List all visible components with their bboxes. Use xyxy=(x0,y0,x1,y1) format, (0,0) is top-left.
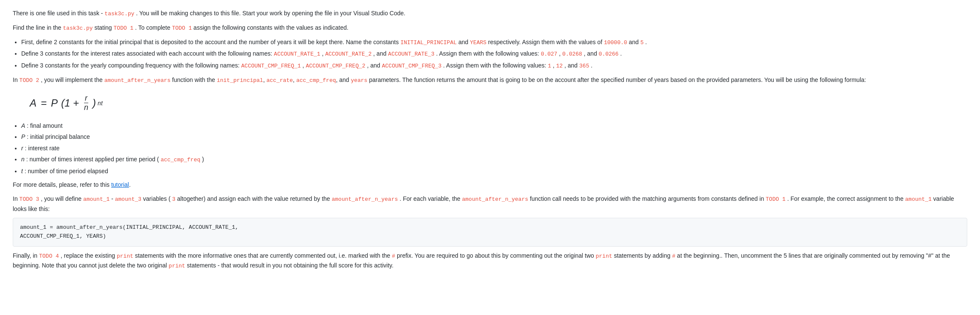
intro-file2: task3c.py xyxy=(63,25,93,31)
legend-r: r : interest rate xyxy=(21,143,967,153)
todo3-para: In TODO 3 , you will define amount_1 - a… xyxy=(13,194,967,214)
intro-todo1: TODO 1 xyxy=(114,25,134,31)
legend-P: P : initial principal balance xyxy=(21,132,967,141)
intro-text2d: assign the following constants with the … xyxy=(192,24,348,31)
intro-text2c: . To complete xyxy=(133,24,172,31)
formula-legend-list: A : final amount P : initial principal b… xyxy=(21,121,967,176)
todo2-para: In TODO 2 , you will implement the amoun… xyxy=(13,75,967,85)
intro-text1: There is one file used in this task - xyxy=(13,10,104,17)
intro-line2: Find the line in the task3c.py stating T… xyxy=(13,23,967,33)
bullet-3: Define 3 constants for the yearly compou… xyxy=(21,61,967,71)
code-example-block: amount_1 = amount_after_n_years(INITIAL_… xyxy=(13,218,967,247)
intro-text2: Find the line in the xyxy=(13,24,63,31)
intro-line1: There is one file used in this task - ta… xyxy=(13,8,967,19)
formula-math: A = P (1 + r n ) nt xyxy=(30,94,103,112)
code-line2: ACCOUNT_CMP_FREQ_1, YEARS) xyxy=(20,232,960,241)
intro-text1b: . You will be making changes to this fil… xyxy=(135,10,406,17)
intro-todo1b: TODO 1 xyxy=(172,25,192,31)
bullet-list: First, define 2 constants for the initia… xyxy=(21,37,967,71)
intro-text2b: stating xyxy=(93,24,114,31)
fraction-r-over-n: r n xyxy=(83,94,89,112)
legend-A: A : final amount xyxy=(21,121,967,130)
legend-t: t : number of time period elapsed xyxy=(21,166,967,176)
todo4-para: Finally, in TODO 4 , replace the existin… xyxy=(13,251,967,271)
details-para: For more details, please, refer to this … xyxy=(13,180,967,189)
intro-file1: task3c.py xyxy=(104,11,134,17)
tutorial-link[interactable]: tutorial xyxy=(111,181,129,188)
code-line1: amount_1 = amount_after_n_years(INITIAL_… xyxy=(20,223,960,232)
formula-display: A = P (1 + r n ) nt xyxy=(30,94,967,112)
bullet-2: Define 3 constants for the interest rate… xyxy=(21,49,967,59)
bullet-1: First, define 2 constants for the initia… xyxy=(21,37,967,48)
legend-n: n : number of times interest applied per… xyxy=(21,155,967,165)
